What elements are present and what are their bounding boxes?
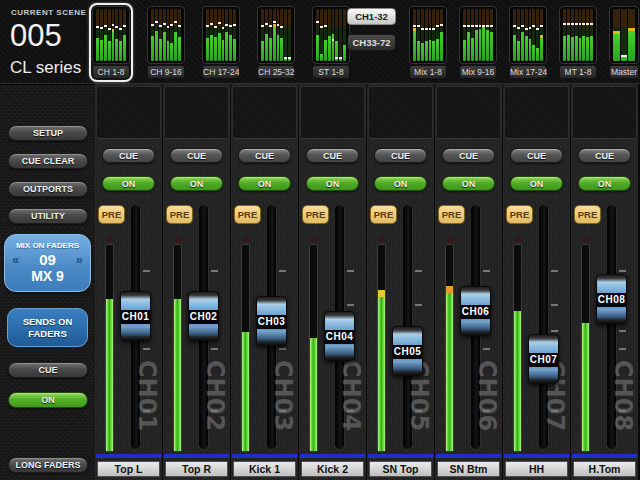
meter-bank-block[interactable]: Mix 1-8	[406, 3, 450, 82]
fader-scale-tick	[619, 348, 626, 350]
current-scene-panel[interactable]: CURRENT SCENE 005 CL series	[0, 0, 88, 84]
master-cue-button[interactable]: CUE	[8, 362, 88, 378]
fader-cap[interactable]: CH06	[460, 286, 491, 336]
cue-button[interactable]: CUE	[170, 148, 223, 163]
pre-badge[interactable]: PRE	[574, 205, 601, 224]
mini-meter-bar	[108, 9, 111, 61]
level-meter	[513, 244, 522, 452]
channel-name[interactable]: SN Btm	[437, 461, 500, 477]
setup-button[interactable]: SETUP	[8, 125, 88, 141]
channel-name[interactable]: H.Tom	[573, 461, 636, 477]
meter-bank-block[interactable]: MT 1-8	[556, 3, 600, 82]
mix-prev-icon[interactable]: «	[12, 252, 19, 267]
long-faders-button[interactable]: LONG FADERS	[8, 457, 88, 473]
eq-display[interactable]	[572, 86, 637, 139]
channel-name[interactable]: Top L	[97, 461, 160, 477]
eq-display[interactable]	[164, 86, 229, 139]
top-bar: CURRENT SCENE 005 CL series CH 1-8 CH 9-…	[0, 0, 640, 85]
meter-bank-block[interactable]: CH 9-16	[144, 3, 188, 82]
utility-button[interactable]: UTILITY	[8, 208, 88, 224]
meter-bank-block[interactable]: Mix 9-16	[456, 3, 500, 82]
level-meter-fill	[174, 299, 181, 451]
pre-badge[interactable]: PRE	[166, 205, 193, 224]
channel-name[interactable]: Kick 1	[233, 461, 296, 477]
mini-meter-bar	[582, 9, 585, 61]
mini-meter-bar	[540, 9, 543, 61]
mini-meter-bar	[425, 9, 428, 61]
level-meter-fill	[310, 338, 317, 451]
sends-on-faders-button[interactable]: SENDS ON FADERS	[7, 308, 88, 347]
cue-button[interactable]: CUE	[374, 148, 427, 163]
stagemix-app: CURRENT SCENE 005 CL series CH 1-8 CH 9-…	[0, 0, 640, 480]
level-meter-fill	[446, 286, 453, 451]
fader-cap[interactable]: CH01	[120, 291, 151, 341]
cue-clear-button[interactable]: CUE CLEAR	[8, 153, 88, 169]
channel-name[interactable]: Top R	[165, 461, 228, 477]
pre-badge[interactable]: PRE	[234, 205, 261, 224]
eq-display[interactable]	[436, 86, 501, 139]
fader-cap[interactable]: CH08	[596, 274, 627, 324]
clip-led	[515, 238, 521, 241]
meter-bank-block[interactable]: CH 1-8	[89, 3, 133, 82]
fader-scale-tick	[143, 270, 150, 272]
eq-display[interactable]	[96, 86, 161, 139]
channel-name[interactable]: HH	[505, 461, 568, 477]
on-button[interactable]: ON	[442, 176, 495, 191]
pre-badge[interactable]: PRE	[98, 205, 125, 224]
cue-button[interactable]: CUE	[102, 148, 155, 163]
mix-on-faders-panel[interactable]: MIX ON FADERS « 09 » MX 9	[4, 234, 91, 292]
cue-button[interactable]: CUE	[306, 148, 359, 163]
fader-cap[interactable]: CH02	[188, 291, 219, 341]
fader-scale-tick	[619, 410, 626, 412]
cue-button[interactable]: CUE	[442, 148, 495, 163]
mix-name: MX 9	[5, 268, 90, 284]
cue-button[interactable]: CUE	[238, 148, 291, 163]
cue-button[interactable]: CUE	[578, 148, 631, 163]
pre-badge[interactable]: PRE	[506, 205, 533, 224]
eq-display[interactable]	[504, 86, 569, 139]
fader-scale-tick	[551, 330, 558, 332]
mini-meter-bar	[335, 9, 338, 61]
fader-cap[interactable]: CH03	[256, 296, 287, 346]
on-button[interactable]: ON	[374, 176, 427, 191]
level-meter	[377, 244, 386, 452]
level-meter	[105, 244, 114, 452]
mini-meter-bar	[513, 9, 516, 61]
on-button[interactable]: ON	[238, 176, 291, 191]
eq-display[interactable]	[368, 86, 433, 139]
mini-meter-bar	[284, 9, 287, 61]
eq-display[interactable]	[300, 86, 365, 139]
on-button[interactable]: ON	[170, 176, 223, 191]
fader-cap[interactable]: CH07	[528, 334, 559, 384]
meter-bank-block[interactable]: Master	[606, 3, 640, 82]
on-button[interactable]: ON	[578, 176, 631, 191]
fader-cap[interactable]: CH05	[392, 326, 423, 376]
meter-bank-block[interactable]: CH 25-32	[254, 3, 298, 82]
fader-cap[interactable]: CH04	[324, 311, 355, 361]
channel-name[interactable]: Kick 2	[301, 461, 364, 477]
channel-name[interactable]: SN Top	[369, 461, 432, 477]
outports-button[interactable]: OUTPORTS	[8, 181, 88, 197]
pre-badge[interactable]: PRE	[438, 205, 465, 224]
bank-ch33-72-button[interactable]: CH33-72	[347, 34, 396, 51]
mix-next-icon[interactable]: »	[76, 252, 83, 267]
bank-ch1-32-button[interactable]: CH1-32	[347, 8, 396, 25]
on-button[interactable]: ON	[510, 176, 563, 191]
fader-scale-tick	[551, 304, 558, 306]
clip-led	[107, 238, 113, 241]
cue-button[interactable]: CUE	[510, 148, 563, 163]
meter-bank-label: MT 1-8	[559, 65, 597, 79]
on-button[interactable]: ON	[102, 176, 155, 191]
input-bank-selector: CH 1-8 CH 9-16 CH 17-24 CH 25-32 ST 1-8	[89, 3, 364, 82]
meter-bank-meters	[609, 6, 639, 64]
pre-badge[interactable]: PRE	[302, 205, 329, 224]
mini-meter-bar	[475, 9, 478, 61]
meter-bank-block[interactable]: CH 17-24	[199, 3, 243, 82]
pre-badge[interactable]: PRE	[370, 205, 397, 224]
master-on-button[interactable]: ON	[8, 392, 88, 408]
on-button[interactable]: ON	[306, 176, 359, 191]
eq-display[interactable]	[232, 86, 297, 139]
fader-scale-tick	[347, 270, 354, 272]
mini-meter-bar	[628, 9, 635, 61]
meter-bank-block[interactable]: Mix 17-24	[506, 3, 550, 82]
